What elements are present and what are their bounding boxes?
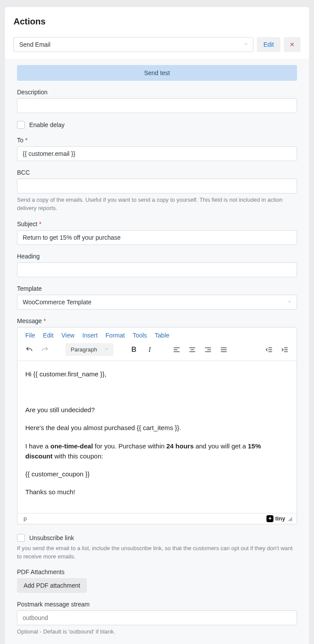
align-right-icon[interactable] bbox=[201, 343, 215, 356]
chevron-down-icon bbox=[104, 346, 109, 353]
editor-menu-bar: File Edit View Insert Format Tools Table bbox=[17, 327, 297, 341]
menu-insert[interactable]: Insert bbox=[82, 332, 98, 339]
postmark-label: Postmark message stream bbox=[17, 601, 297, 608]
description-label: Description bbox=[17, 89, 297, 96]
tiny-logo: ✦tiny bbox=[266, 515, 285, 522]
enable-delay-label: Enable delay bbox=[29, 121, 65, 128]
menu-table[interactable]: Table bbox=[155, 332, 169, 339]
align-center-icon[interactable] bbox=[186, 343, 199, 356]
italic-icon[interactable]: I bbox=[143, 343, 156, 356]
delete-button[interactable]: ✕ bbox=[284, 37, 300, 52]
undo-icon[interactable] bbox=[23, 343, 36, 356]
outdent-icon[interactable] bbox=[263, 343, 276, 356]
page-title: Actions bbox=[14, 17, 300, 27]
editor-toolbar: Paragraph B I bbox=[17, 341, 297, 361]
enable-delay-checkbox[interactable] bbox=[17, 121, 25, 129]
postmark-input[interactable] bbox=[17, 610, 297, 625]
paragraph-style-select[interactable]: Paragraph bbox=[65, 343, 113, 356]
menu-edit[interactable]: Edit bbox=[43, 332, 54, 339]
bold-icon[interactable]: B bbox=[127, 343, 140, 356]
bcc-input[interactable] bbox=[17, 179, 297, 193]
rich-text-editor: File Edit View Insert Format Tools Table bbox=[17, 327, 297, 524]
menu-format[interactable]: Format bbox=[106, 332, 125, 339]
menu-view[interactable]: View bbox=[61, 332, 75, 339]
editor-path: p bbox=[24, 515, 27, 522]
unsubscribe-checkbox[interactable] bbox=[17, 534, 25, 542]
action-config-area: Send test Description Enable delay To * … bbox=[5, 59, 309, 644]
redo-icon[interactable] bbox=[38, 343, 51, 356]
action-top-row: Send Email Edit ✕ bbox=[14, 37, 300, 52]
indent-icon[interactable] bbox=[278, 343, 291, 356]
description-input[interactable] bbox=[17, 98, 297, 113]
required-indicator: * bbox=[39, 220, 41, 227]
bcc-help: Send a copy of the emails. Useful if you… bbox=[17, 196, 297, 213]
align-justify-icon[interactable] bbox=[217, 343, 230, 356]
chevron-down-icon bbox=[243, 41, 249, 48]
menu-file[interactable]: File bbox=[25, 332, 35, 339]
to-input[interactable] bbox=[17, 146, 297, 161]
required-indicator: * bbox=[44, 317, 46, 324]
postmark-help: Optional - Default is 'outbound' if blan… bbox=[17, 628, 297, 636]
resize-handle-icon[interactable]: ◢ bbox=[288, 515, 292, 522]
template-value: WooCommerce Template bbox=[23, 299, 91, 306]
chevron-down-icon bbox=[287, 299, 292, 306]
unsubscribe-help: If you send the email to a list, include… bbox=[17, 544, 297, 561]
action-type-value: Send Email bbox=[19, 41, 51, 48]
bcc-label: BCC bbox=[17, 169, 297, 176]
pdf-label: PDF Attachments bbox=[17, 568, 297, 575]
actions-panel: Actions Send Email Edit ✕ Send test Desc… bbox=[4, 7, 310, 644]
subject-input[interactable] bbox=[17, 230, 297, 245]
message-label: Message * bbox=[17, 317, 297, 324]
subject-label: Subject * bbox=[17, 220, 297, 227]
action-type-select[interactable]: Send Email bbox=[14, 37, 253, 52]
close-icon: ✕ bbox=[290, 41, 295, 48]
required-indicator: * bbox=[25, 137, 27, 144]
to-label: To * bbox=[17, 137, 297, 144]
edit-button[interactable]: Edit bbox=[257, 37, 280, 52]
heading-label: Heading bbox=[17, 253, 297, 260]
add-pdf-button[interactable]: Add PDF attachment bbox=[17, 578, 87, 593]
send-test-button[interactable]: Send test bbox=[17, 65, 297, 81]
editor-statusbar: p ✦tiny ◢ bbox=[17, 513, 297, 524]
unsubscribe-label: Unsubscribe link bbox=[29, 534, 74, 541]
editor-content[interactable]: Hi {{ customer.first_name }}, Are you st… bbox=[17, 361, 297, 513]
template-label: Template bbox=[17, 285, 297, 292]
menu-tools[interactable]: Tools bbox=[133, 332, 147, 339]
align-left-icon[interactable] bbox=[170, 343, 183, 356]
heading-input[interactable] bbox=[17, 262, 297, 277]
template-select[interactable]: WooCommerce Template bbox=[17, 295, 297, 310]
